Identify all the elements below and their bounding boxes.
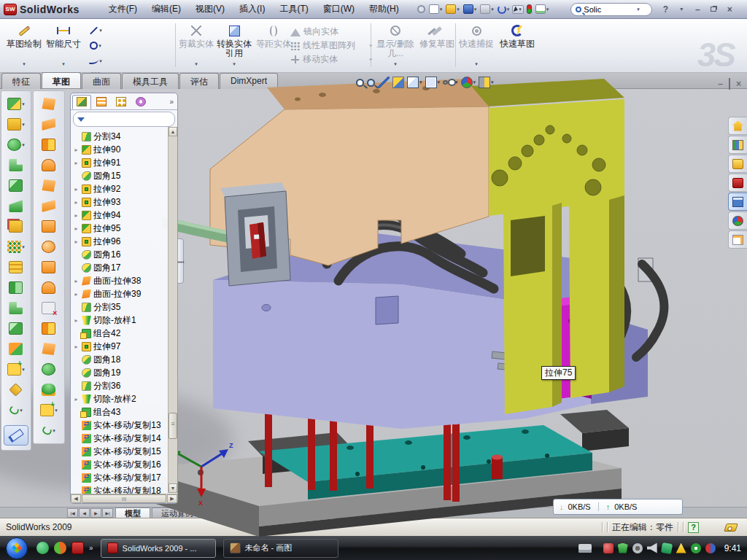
menu-window[interactable]: 窗口(W) [316,0,362,18]
open-file-icon[interactable] [445,4,460,15]
dimxpertmanager-tab-icon[interactable] [131,95,150,109]
convert-entities-button[interactable]: 转换实体引用▾ [214,22,254,69]
tab-features[interactable]: 特征 [1,73,41,89]
boundary-surface-icon[interactable] [42,177,55,194]
featuremanager-tab-icon[interactable] [72,95,91,109]
swept-surface-icon[interactable] [42,96,55,112]
draft-icon[interactable] [9,320,23,337]
expand-arrow-icon[interactable] [73,343,80,350]
tree-item[interactable]: 拉伸91 [73,156,177,169]
menu-tools[interactable]: 工具(T) [272,0,315,18]
new-file-icon[interactable] [428,4,444,15]
thicken-icon[interactable] [42,259,55,276]
expand-arrow-icon[interactable] [73,160,80,166]
help-dropdown-icon[interactable]: ▾ [674,4,689,15]
expand-arrow-icon[interactable] [73,396,80,402]
repair-sketch-button[interactable]: 修复草图 [419,22,455,69]
spline-icon[interactable] [85,53,107,69]
panel-splitter-handle[interactable]: ◂◂◂ [177,238,184,284]
doc-minimize-button[interactable]: – [718,79,723,89]
tree-filter-box[interactable] [73,112,175,127]
propertymanager-tab-icon[interactable] [92,95,111,109]
tree-item[interactable]: 切除-放样2 [73,392,177,405]
menu-file[interactable]: 文件(F) [101,0,144,18]
expand-arrow-icon[interactable] [73,238,80,245]
mirror-entities-button[interactable]: 镜向实体 [290,25,372,39]
tab-surfaces[interactable]: 曲面 [82,73,121,89]
appearances-tab-icon[interactable] [728,211,747,230]
tab-mold-tools[interactable]: 模具工具 [122,73,179,89]
scroll-up-icon[interactable]: ▲ [169,127,177,136]
search-box[interactable]: ▾ [570,3,652,16]
last-tab-icon[interactable]: ▶| [102,508,113,518]
insert-part-icon[interactable] [7,361,25,378]
alert-tray-icon[interactable] [676,543,686,553]
options-icon[interactable] [535,4,550,15]
scrollbar-thumb[interactable] [169,413,177,439]
tree-item[interactable]: 圆角19 [73,366,177,379]
offset-surface-icon[interactable] [42,198,55,214]
scrollbar-thumb[interactable]: III [82,494,166,503]
first-tab-icon[interactable]: |◀ [67,508,78,518]
tree-item[interactable]: 曲面-拉伸39 [73,287,177,300]
search-dropdown-icon[interactable]: ▾ [637,7,640,12]
next-tab-icon[interactable]: ▶ [90,508,101,518]
scroll-down-icon[interactable]: ▼ [169,483,177,493]
tag-icon[interactable] [724,524,738,532]
search-input[interactable] [584,5,635,14]
defender-tray-icon[interactable] [618,543,628,553]
security-center-tray-icon[interactable] [691,543,701,553]
help-button[interactable]: ? [658,4,673,15]
tree-item[interactable]: 拉伸93 [73,195,177,209]
update-tray-icon[interactable] [632,543,643,553]
tab-dimxpert[interactable]: DimXpert [220,73,278,89]
antivirus-tray-icon[interactable] [603,543,614,553]
offset-entities-button[interactable]: 等距实体 [255,22,292,69]
extend-surface-icon[interactable] [42,341,55,357]
keyboard-layout-icon[interactable] [578,544,592,553]
tree-item[interactable]: 实体-移动/复制15 [73,445,177,458]
magic-wand-icon[interactable] [378,77,390,88]
tree-item[interactable]: 拉伸94 [73,209,177,222]
scroll-right-icon[interactable]: ▶ [167,494,177,503]
tree-item[interactable]: 切除-放样1 [73,314,177,327]
expand-arrow-icon[interactable] [73,317,80,324]
zoom-area-icon[interactable] [367,79,375,87]
menu-insert[interactable]: 插入(I) [232,0,272,18]
appearance-icon[interactable] [461,77,476,88]
file-explorer-tab-icon[interactable] [728,155,747,173]
trim-entities-button[interactable]: 剪裁实体▾ [178,22,214,69]
quick-snaps-button[interactable]: 快速捕捉▾ [458,22,495,69]
tree-item[interactable]: 组合42 [73,327,177,340]
smart-dimension-button[interactable]: 智能尺寸▾ [45,22,82,69]
fillet-surface-icon[interactable] [42,361,55,378]
delete-face-icon[interactable] [42,300,55,316]
tree-item[interactable]: 分割36 [73,379,177,392]
fillet-feature-icon[interactable] [7,136,25,153]
tree-item[interactable]: 圆角15 [73,169,177,182]
measure-button[interactable] [4,425,28,446]
section-view-icon[interactable] [392,77,404,88]
minimize-button[interactable]: – [690,4,705,15]
configurationmanager-tab-icon[interactable] [112,95,131,109]
expand-arrow-icon[interactable] [73,147,80,153]
tree-item[interactable]: 实体-移动/复制16 [73,458,177,471]
shell-icon[interactable] [9,157,23,174]
move-entities-button[interactable]: 移动实体▾ [290,52,372,66]
custom-properties-tab-icon[interactable] [728,230,747,249]
move-body-icon[interactable] [9,341,23,357]
design-library-tab-icon[interactable] [728,136,747,154]
cube-feature-icon[interactable] [9,177,23,194]
tree-item[interactable]: 拉伸92 [73,182,177,195]
tree-item[interactable]: 组合43 [73,405,177,419]
taskbar-window-paint[interactable]: 未命名 - 画图 [223,539,338,558]
overflow-icon[interactable] [551,4,563,15]
tree-item[interactable]: 圆角17 [73,261,177,274]
tree-item[interactable]: 实体-移动/复制14 [73,432,177,445]
hide-show-items-icon[interactable] [443,79,458,85]
tree-item[interactable]: 圆角18 [73,353,177,366]
tree-item[interactable]: 拉伸95 [73,222,177,235]
graphics-tray-icon[interactable] [662,543,672,553]
menu-view[interactable]: 视图(V) [188,0,232,18]
3d-model-viewport[interactable]: Y Z X [131,89,747,507]
